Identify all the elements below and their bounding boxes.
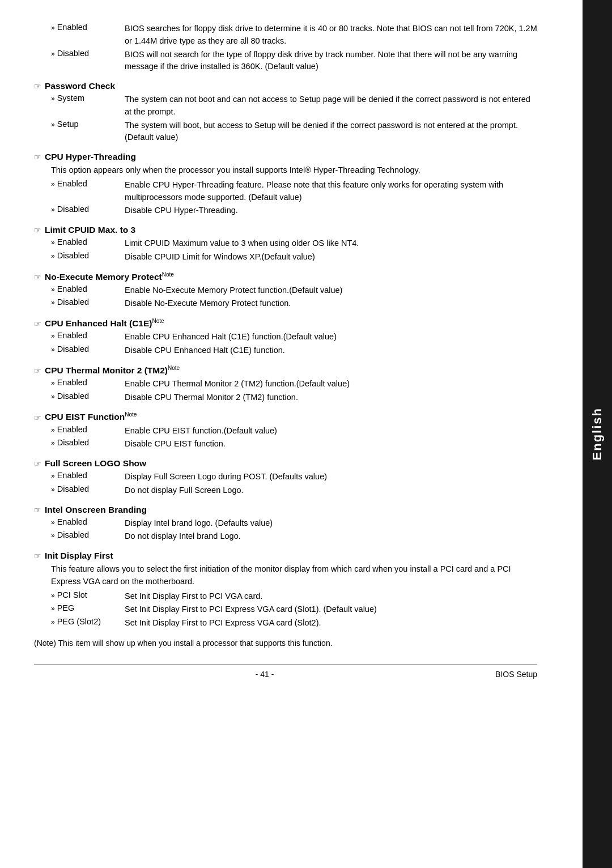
option-label-peg-(slot2): »PEG (Slot2) xyxy=(51,617,125,629)
section-full-screen-logo: ☞Full Screen LOGO Show»EnabledDisplay Fu… xyxy=(34,458,537,497)
section-title: Init Display First xyxy=(45,551,113,561)
cursor-icon: ☞ xyxy=(34,273,41,282)
option-label-enabled: »Enabled xyxy=(51,517,125,530)
footer-page: - 41 - xyxy=(256,670,274,679)
section-header-init-display-first: ☞Init Display First xyxy=(34,551,537,561)
option-label-setup: »Setup xyxy=(51,120,125,144)
option-row: »DisabledDisable CPU Hyper-Threading. xyxy=(34,205,537,217)
arrow-icon: » xyxy=(51,206,55,214)
option-desc: The system can not boot and can not acce… xyxy=(125,93,537,118)
label-text: Enabled xyxy=(57,425,87,434)
option-label-disabled: »Disabled xyxy=(51,205,125,217)
option-label-enabled: »Enabled xyxy=(51,425,125,437)
option-desc: Enable CPU Enhanced Halt (C1E) function.… xyxy=(125,331,537,343)
label-text: Disabled xyxy=(57,484,89,493)
section-header-full-screen-logo: ☞Full Screen LOGO Show xyxy=(34,458,537,469)
arrow-icon: » xyxy=(51,531,55,539)
section-no-execute-memory: ☞No-Execute Memory ProtectNote»EnabledEn… xyxy=(34,271,537,310)
section-title: Password Check xyxy=(45,81,115,91)
sections-container: ☞Password Check»SystemThe system can not… xyxy=(34,81,537,629)
arrow-icon: » xyxy=(51,393,55,401)
arrow-icon: » xyxy=(51,472,55,480)
option-desc: Display Intel brand logo. (Defaults valu… xyxy=(125,517,537,530)
option-desc: Disable CPUID Limit for Windows XP.(Defa… xyxy=(125,251,537,263)
section-title: CPU Hyper-Threading xyxy=(45,152,136,162)
section-title: Limit CPUID Max. to 3 xyxy=(45,225,135,235)
note-superscript: Note xyxy=(125,411,137,418)
option-desc: Do not display Full Screen Logo. xyxy=(125,484,537,497)
section-header-limit-cpuid: ☞Limit CPUID Max. to 3 xyxy=(34,225,537,235)
cursor-icon: ☞ xyxy=(34,505,41,514)
section-cpu-enhanced-halt: ☞CPU Enhanced Halt (C1E)Note»EnabledEnab… xyxy=(34,318,537,357)
option-row: »DisabledDisable No-Execute Memory Prote… xyxy=(34,297,537,310)
arrow-icon: » xyxy=(51,605,55,612)
label-text: System xyxy=(57,93,84,103)
option-desc: Disable CPU Enhanced Halt (C1E) function… xyxy=(125,344,537,357)
label-text: Enabled xyxy=(57,331,87,340)
label-text: Disabled xyxy=(57,344,89,354)
option-desc: Set Init Display First to PCI Express VG… xyxy=(125,603,537,616)
section-header-password-check: ☞Password Check xyxy=(34,81,537,91)
label-text: Enabled xyxy=(57,517,87,526)
option-row: »PCI SlotSet Init Display First to PCI V… xyxy=(34,590,537,603)
label-text: PEG xyxy=(57,603,75,612)
section-intel-onscreen-branding: ☞Intel Onscreen Branding»EnabledDisplay … xyxy=(34,505,537,543)
option-row: »EnabledDisplay Intel brand logo. (Defau… xyxy=(34,517,537,530)
option-desc: Disable CPU EIST function. xyxy=(125,438,537,450)
option-label-peg: »PEG xyxy=(51,603,125,616)
option-desc: Enable CPU Thermal Monitor 2 (TM2) funct… xyxy=(125,378,537,390)
section-header-cpu-thermal-monitor: ☞CPU Thermal Monitor 2 (TM2)Note xyxy=(34,365,537,376)
cursor-icon: ☞ xyxy=(34,459,41,468)
section-password-check: ☞Password Check»SystemThe system can not… xyxy=(34,81,537,144)
option-desc: Set Init Display First to PCI VGA card. xyxy=(125,590,537,603)
note-superscript: Note xyxy=(162,271,174,278)
option-desc: Set Init Display First to PCI Express VG… xyxy=(125,617,537,629)
option-label-enabled: »Enabled xyxy=(51,179,125,204)
section-header-cpu-eist: ☞CPU EIST FunctionNote xyxy=(34,411,537,422)
section-title: CPU Thermal Monitor 2 (TM2)Note xyxy=(45,365,180,376)
section-title: CPU EIST FunctionNote xyxy=(45,411,137,422)
option-row: »DisabledDisable CPUID Limit for Windows… xyxy=(34,251,537,263)
main-content: » Enabled BIOS searches for floppy disk … xyxy=(0,0,583,868)
arrow-icon: » xyxy=(51,592,55,599)
section-title: No-Execute Memory ProtectNote xyxy=(45,271,174,282)
section-header-cpu-hyper-threading: ☞CPU Hyper-Threading xyxy=(34,152,537,162)
arrow-icon: » xyxy=(51,286,55,293)
option-label-disabled: »Disabled xyxy=(51,251,125,263)
option-desc: Limit CPUID Maximum value to 3 when usin… xyxy=(125,237,537,250)
section-header-no-execute-memory: ☞No-Execute Memory ProtectNote xyxy=(34,271,537,282)
cursor-icon: ☞ xyxy=(34,82,41,91)
footer-right: BIOS Setup xyxy=(495,670,537,679)
note-superscript: Note xyxy=(168,365,180,371)
option-row-disabled: » Disabled BIOS will not search for the … xyxy=(34,49,537,74)
section-intro: This feature allows you to select the fi… xyxy=(34,563,537,588)
label-text: Disabled xyxy=(57,297,89,307)
option-desc: Disable CPU Thermal Monitor 2 (TM2) func… xyxy=(125,392,537,404)
option-label-disabled: »Disabled xyxy=(51,297,125,310)
label-text: Enabled xyxy=(57,471,87,480)
option-desc-disabled: BIOS will not search for the type of flo… xyxy=(125,49,537,74)
option-label-enabled: »Enabled xyxy=(51,471,125,483)
note-label: (Note) xyxy=(34,639,56,648)
section-header-cpu-enhanced-halt: ☞CPU Enhanced Halt (C1E)Note xyxy=(34,318,537,329)
option-desc-enabled: BIOS searches for floppy disk drive to d… xyxy=(125,23,537,48)
option-label-disabled: » Disabled xyxy=(51,49,125,74)
cursor-icon: ☞ xyxy=(34,413,41,422)
option-row: »EnabledEnable CPU Thermal Monitor 2 (TM… xyxy=(34,378,537,390)
option-row: »EnabledEnable CPU Enhanced Halt (C1E) f… xyxy=(34,331,537,343)
note-superscript: Note xyxy=(152,318,164,324)
footer-bar: - 41 - BIOS Setup xyxy=(34,665,537,679)
option-label-enabled: »Enabled xyxy=(51,331,125,343)
option-desc: The system will boot, but access to Setu… xyxy=(125,120,537,144)
label-text: Enabled xyxy=(57,237,87,246)
section-title: CPU Enhanced Halt (C1E)Note xyxy=(45,318,164,329)
option-row: » Enabled BIOS searches for floppy disk … xyxy=(34,23,537,48)
section-cpu-hyper-threading: ☞CPU Hyper-ThreadingThis option appears … xyxy=(34,152,537,217)
option-row: »EnabledEnable CPU EIST function.(Defaul… xyxy=(34,425,537,437)
option-desc: Disable CPU Hyper-Threading. xyxy=(125,205,537,217)
section-init-display-first: ☞Init Display FirstThis feature allows y… xyxy=(34,551,537,629)
sidebar-label: English xyxy=(590,407,605,460)
section-cpu-eist: ☞CPU EIST FunctionNote»EnabledEnable CPU… xyxy=(34,411,537,450)
label-text: Disabled xyxy=(57,530,89,539)
arrow-icon: » xyxy=(51,239,55,246)
